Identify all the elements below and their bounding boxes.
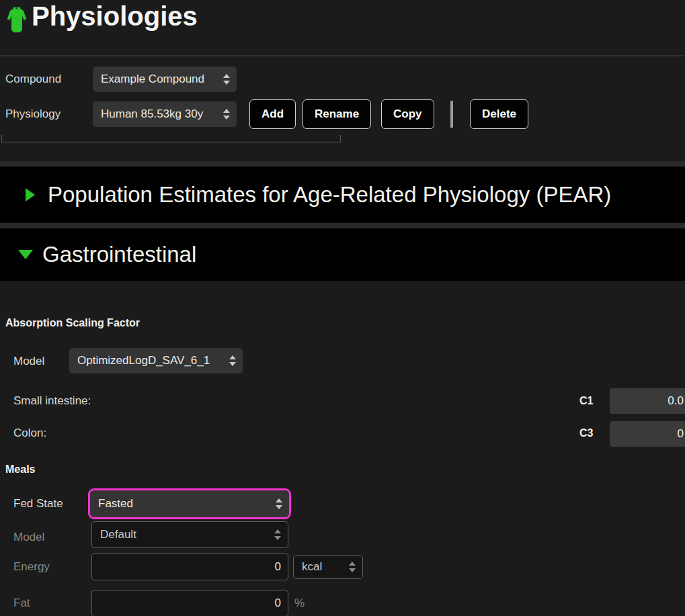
meal-model-select-value: Default (100, 528, 136, 541)
asf-model-select[interactable]: OptimizedLogD_SAV_6_1 (69, 348, 243, 373)
small-intestine-param-label: C1 (579, 395, 593, 407)
section-header-gastrointestinal[interactable]: Gastrointestinal (0, 228, 685, 281)
header-divider (0, 55, 685, 56)
energy-value: 0 (275, 560, 281, 574)
updown-spinner-icon (276, 498, 282, 509)
fat-input[interactable]: 0 (91, 590, 288, 616)
button-group-divider (450, 101, 453, 128)
small-intestine-c1-input[interactable]: 0.0 (610, 388, 685, 414)
fed-state-select-value: Fasted (98, 497, 133, 511)
delete-button[interactable]: Delete (470, 99, 528, 129)
energy-unit-select[interactable]: kcal (293, 555, 363, 579)
updown-spinner-icon (223, 109, 230, 120)
colon-label: Colon: (13, 425, 46, 441)
section-gap (0, 161, 685, 167)
updown-spinner-icon (349, 562, 356, 572)
physiology-label: Physiology (5, 106, 61, 122)
collapsed-arrow-icon (26, 188, 35, 202)
fat-value: 0 (275, 597, 281, 610)
fed-state-highlight-ring: Fasted (88, 488, 291, 519)
expanded-arrow-icon (18, 250, 33, 259)
updown-spinner-icon (223, 74, 230, 85)
fed-state-label: Fed State (13, 496, 63, 512)
fed-state-select[interactable]: Fasted (90, 490, 289, 517)
add-button[interactable]: Add (249, 99, 296, 129)
selector-groupbox-outline (1, 135, 341, 142)
meal-model-select[interactable]: Default (91, 521, 288, 548)
physiology-select-value: Human 85.53kg 30y (101, 107, 203, 121)
compound-select[interactable]: Example Compound (93, 67, 237, 92)
colon-c3-value: 0 (678, 427, 684, 441)
energy-input[interactable]: 0 (91, 553, 288, 580)
page-title: Physiologies (32, 1, 198, 32)
physiology-select[interactable]: Human 85.53kg 30y (93, 101, 237, 127)
compound-label: Compound (5, 71, 61, 87)
rename-button[interactable]: Rename (303, 99, 371, 129)
meals-heading: Meals (5, 464, 35, 476)
section-title: Gastrointestinal (42, 242, 196, 267)
energy-label: Energy (13, 559, 50, 575)
meal-model-label: Model (13, 529, 44, 545)
section-header-pear[interactable]: Population Estimates for Age-Related Phy… (0, 167, 685, 223)
small-intestine-label: Small intestine: (13, 393, 91, 409)
updown-spinner-icon (274, 529, 281, 540)
section-title: Population Estimates for Age-Related Phy… (48, 182, 611, 208)
fat-unit-label: % (294, 595, 305, 611)
colon-param-label: C3 (579, 427, 593, 439)
compound-select-value: Example Compound (101, 73, 204, 86)
physiology-jacket-icon (7, 5, 27, 34)
energy-unit-value: kcal (302, 560, 322, 574)
absorption-scaling-factor-heading: Absorption Scaling Factor (5, 317, 140, 329)
small-intestine-c1-value: 0.0 (668, 394, 684, 408)
section-gap (0, 223, 685, 228)
copy-button[interactable]: Copy (381, 99, 434, 129)
asf-model-label: Model (13, 353, 44, 369)
colon-c3-input[interactable]: 0 (610, 421, 685, 447)
fat-label: Fat (13, 595, 30, 611)
updown-spinner-icon (229, 355, 236, 366)
asf-model-select-value: OptimizedLogD_SAV_6_1 (77, 354, 210, 367)
